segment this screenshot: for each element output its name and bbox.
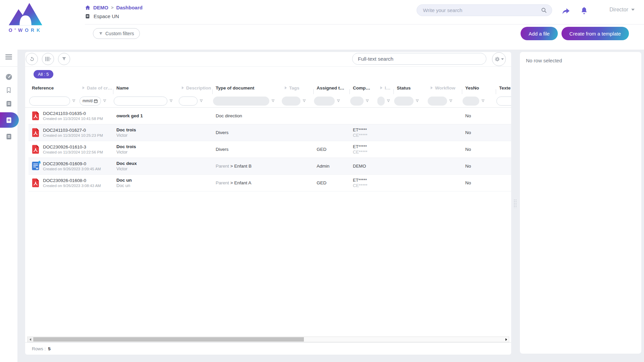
notifications-button[interactable] <box>579 5 589 15</box>
notification-bell-badge-icon <box>37 160 42 165</box>
scrollbar-left-arrow[interactable] <box>28 337 33 342</box>
global-search-input[interactable] <box>423 7 541 13</box>
filter-button[interactable] <box>58 53 70 65</box>
share-arrow-icon <box>561 7 571 16</box>
row-assigned: GED <box>317 180 326 185</box>
horizontal-scrollbar[interactable] <box>27 337 509 342</box>
column-filter-icon[interactable] <box>302 99 306 103</box>
cell-name: Doc troisVictor <box>113 144 178 155</box>
breadcrumb-section[interactable]: DEMO <box>93 5 108 10</box>
cell-company: ET*****CE***** <box>350 144 377 155</box>
scrollbar-thumb[interactable] <box>33 337 304 342</box>
column-header-tags[interactable]: Tags <box>281 85 313 90</box>
cell-yesno: No <box>462 130 496 135</box>
scrollbar-track[interactable] <box>33 337 503 342</box>
column-header-reference[interactable]: Reference <box>29 85 79 90</box>
row-company-primary: DEMO <box>353 164 377 169</box>
table-row[interactable]: DOC230926-01610-3Created on 11/3/2024 10… <box>29 141 511 158</box>
sidebar-item-bookmarks[interactable] <box>0 83 17 97</box>
table-row[interactable]: DOC241103-01627-0Created on 11/3/2024 10… <box>29 124 511 141</box>
share-button[interactable] <box>561 6 571 16</box>
fulltext-search[interactable] <box>352 53 486 65</box>
sidebar-item-dashboard[interactable] <box>0 70 17 83</box>
user-menu[interactable]: Director <box>609 7 635 13</box>
refresh-button[interactable] <box>26 53 38 65</box>
filter-input-assigned <box>314 97 335 106</box>
column-header-texte[interactable]: Texte <box>496 85 511 90</box>
cell-name: owork ged 1 <box>113 113 178 118</box>
column-header-workflow[interactable]: Workflow <box>427 85 462 90</box>
column-label: Name <box>116 85 129 90</box>
column-header-status[interactable]: Status <box>393 85 427 90</box>
column-filter-icon[interactable] <box>103 99 107 103</box>
filter-cell-workflow <box>427 97 462 106</box>
filter-input-name[interactable] <box>114 97 167 106</box>
column-filter-icon[interactable] <box>365 99 369 103</box>
column-filter-icon[interactable] <box>72 99 76 103</box>
filter-input-reference[interactable] <box>29 97 70 106</box>
column-header-assigned[interactable]: Assigned t… <box>313 85 350 90</box>
fulltext-search-input[interactable] <box>358 56 481 62</box>
speedometer-icon <box>5 73 13 81</box>
all-count-badge[interactable]: All : 5 <box>34 70 53 78</box>
column-filter-icon[interactable] <box>271 99 275 103</box>
scrollbar-right-arrow[interactable] <box>503 337 509 342</box>
global-search[interactable] <box>417 4 552 16</box>
add-file-button[interactable]: Add a file <box>521 27 558 40</box>
filter-input-texte[interactable] <box>496 97 511 106</box>
sidebar-divider <box>0 66 17 67</box>
table-row[interactable]: wDOC230926-01609-0Created on 9/26/2023 3… <box>29 158 511 175</box>
cell-reference: DOC230926-01610-3Created on 11/3/2024 10… <box>29 144 79 154</box>
cell-name: Doc unDoc un <box>113 178 178 188</box>
filter-input-description[interactable] <box>179 97 198 106</box>
cell-yesno: No <box>462 164 496 169</box>
column-header-i[interactable]: I… <box>377 85 393 90</box>
columns-button[interactable] <box>42 53 54 65</box>
table-settings-button[interactable] <box>492 52 506 66</box>
column-label: Status <box>397 85 411 90</box>
column-filter-icon[interactable] <box>169 99 173 103</box>
column-filter-icon[interactable] <box>415 99 419 103</box>
sort-arrow-icon <box>82 86 85 89</box>
sort-arrow-icon <box>430 86 433 89</box>
bookmark-icon <box>5 86 12 94</box>
column-filter-icon[interactable] <box>199 99 203 103</box>
column-filter-icon[interactable] <box>386 99 390 103</box>
panel-resize-handle[interactable] <box>514 199 517 208</box>
filter-date-date[interactable]: mm/d <box>79 97 101 106</box>
column-label: Tags <box>289 85 300 90</box>
table-row[interactable]: DOC241103-01635-0Created on 11/3/2024 10… <box>29 108 511 124</box>
filter-input-status <box>394 97 414 106</box>
table-row[interactable]: DOC230926-01608-0Created on 9/26/2023 3:… <box>29 175 511 191</box>
column-filter-icon[interactable] <box>336 99 340 103</box>
sidebar-menu-toggle[interactable] <box>0 50 17 64</box>
sidebar-item-archive[interactable] <box>0 130 17 143</box>
table-filter-row: mm/d <box>25 94 511 108</box>
column-header-name[interactable]: Name <box>113 85 178 90</box>
column-header-yesno[interactable]: YesNo <box>462 85 496 90</box>
row-type-parent: Parent <box>216 180 229 185</box>
search-icon[interactable] <box>541 7 547 13</box>
column-filter-icon[interactable] <box>449 99 453 103</box>
row-reference: DOC230926-01608-0 <box>43 178 101 183</box>
logo-text: O'WORK <box>5 27 46 33</box>
column-header-date[interactable]: Date of cr… <box>79 85 113 90</box>
row-reference: DOC230926-01610-3 <box>43 144 103 149</box>
column-header-type[interactable]: Type of document <box>212 85 281 90</box>
sidebar-item-documents[interactable] <box>0 112 17 128</box>
breadcrumb-page[interactable]: Dashboard <box>116 5 143 10</box>
table-empty-area <box>25 191 511 337</box>
column-header-company[interactable]: Comp… <box>350 85 377 90</box>
home-icon[interactable] <box>85 5 91 10</box>
row-company-primary: ET***** <box>353 178 377 183</box>
create-from-template-button[interactable]: Create from a template <box>561 27 629 40</box>
filter-input-type <box>213 97 269 106</box>
filter-input-yesno <box>463 97 479 106</box>
custom-filters-button[interactable]: Custom filters <box>93 28 140 39</box>
column-header-description[interactable]: Description <box>178 85 212 90</box>
no-row-selected-text: No row selected <box>526 58 635 63</box>
book-icon <box>5 133 12 140</box>
column-filter-icon[interactable] <box>481 99 485 103</box>
sidebar-item-library[interactable] <box>0 97 17 110</box>
app-logo[interactable]: O'WORK <box>5 2 46 33</box>
